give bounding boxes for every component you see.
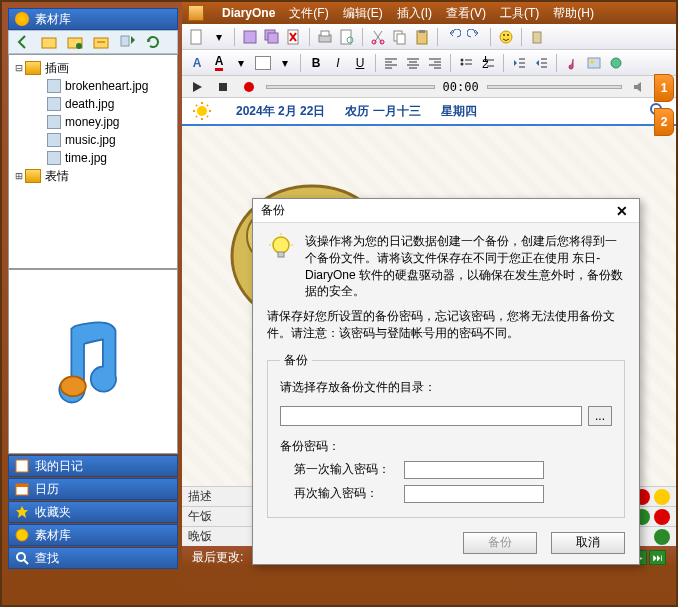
cut-button[interactable] [369, 28, 387, 46]
delete-button[interactable] [285, 28, 303, 46]
tree-node-file[interactable]: money.jpg [13, 113, 173, 131]
tree-file-label: death.jpg [65, 97, 114, 111]
sidebar-header-material[interactable]: 素材库 [8, 8, 178, 30]
browse-button[interactable]: ... [588, 406, 612, 426]
underline-button[interactable]: U [351, 54, 369, 72]
warn-icon[interactable] [654, 489, 670, 505]
font-button[interactable]: A [188, 54, 206, 72]
nav-search[interactable]: 查找 [8, 547, 178, 569]
highlight-button[interactable] [254, 54, 272, 72]
dropdown-icon[interactable]: ▾ [210, 28, 228, 46]
bold-button[interactable]: B [307, 54, 325, 72]
tree-node-folder[interactable]: ⊟ 插画 [13, 59, 173, 77]
dropdown-icon[interactable]: ▾ [276, 54, 294, 72]
menu-edit[interactable]: 编辑(E) [343, 5, 383, 22]
expander-plus-icon[interactable]: ⊞ [13, 169, 25, 183]
backup-button[interactable]: 备份 [463, 532, 537, 554]
pwd-first-label: 第一次输入密码： [294, 461, 404, 478]
backup-directory-input[interactable] [280, 406, 582, 426]
backup-dialog: 备份 ✕ 该操作将为您的日记数据创建一个备份，创建后您将得到一个备份文件。请将该… [252, 198, 640, 565]
svg-line-70 [207, 116, 208, 117]
refresh-icon[interactable] [145, 34, 161, 50]
password-first-input[interactable] [404, 461, 544, 479]
record-button[interactable] [240, 78, 258, 96]
tree-node-file[interactable]: brokenheart.jpg [13, 77, 173, 95]
menu-help[interactable]: 帮助(H) [553, 5, 594, 22]
search-icon [15, 551, 29, 565]
audio-slider-right[interactable] [487, 85, 622, 89]
play-button[interactable] [188, 78, 206, 96]
nav-material[interactable]: 素材库 [8, 524, 178, 546]
image-file-icon [47, 133, 61, 147]
menu-view[interactable]: 查看(V) [446, 5, 486, 22]
align-right-button[interactable] [426, 54, 444, 72]
attachment-button[interactable] [528, 28, 546, 46]
print-preview-button[interactable] [338, 28, 356, 46]
svg-point-45 [461, 58, 464, 61]
nav-favorites[interactable]: 收藏夹 [8, 501, 178, 523]
svg-rect-28 [419, 30, 425, 33]
last-record-button[interactable]: ⏭ [649, 550, 666, 565]
nav-calendar[interactable]: 日历 [8, 478, 178, 500]
italic-button[interactable]: I [329, 54, 347, 72]
remove-icon[interactable] [654, 509, 670, 525]
folder-open-icon[interactable] [93, 34, 109, 50]
cancel-button[interactable]: 取消 [551, 532, 625, 554]
menu-insert[interactable]: 插入(I) [397, 5, 432, 22]
tree-node-file[interactable]: death.jpg [13, 95, 173, 113]
insert-link-button[interactable] [607, 54, 625, 72]
outdent-button[interactable] [510, 54, 528, 72]
tree-node-file[interactable]: time.jpg [13, 149, 173, 167]
smiley-button[interactable] [497, 28, 515, 46]
menu-file[interactable]: 文件(F) [289, 5, 328, 22]
print-button[interactable] [316, 28, 334, 46]
align-center-button[interactable] [404, 54, 422, 72]
password-again-input[interactable] [404, 485, 544, 503]
svg-point-31 [507, 34, 509, 36]
svg-rect-12 [191, 30, 201, 44]
redo-button[interactable] [466, 28, 484, 46]
dropdown-icon[interactable]: ▾ [232, 54, 250, 72]
back-icon[interactable] [15, 34, 31, 50]
number-list-button[interactable]: 12 [479, 54, 497, 72]
right-tab-2[interactable]: 2 [654, 108, 674, 136]
insert-image-button[interactable] [585, 54, 603, 72]
indent-button[interactable] [532, 54, 550, 72]
calendar-icon [15, 482, 29, 496]
bullet-list-button[interactable] [457, 54, 475, 72]
align-left-button[interactable] [382, 54, 400, 72]
sidebar-toolbar [8, 30, 178, 54]
svg-line-72 [207, 105, 208, 106]
svg-point-78 [273, 237, 289, 253]
new-folder-icon[interactable] [41, 34, 57, 50]
nav-my-diary[interactable]: 我的日记 [8, 455, 178, 477]
stop-button[interactable] [214, 78, 232, 96]
font-color-button[interactable]: A [210, 54, 228, 72]
menu-tools[interactable]: 工具(T) [500, 5, 539, 22]
sync-icon[interactable] [654, 529, 670, 545]
save-all-button[interactable] [263, 28, 281, 46]
sun-icon[interactable] [192, 101, 212, 121]
save-button[interactable] [241, 28, 259, 46]
new-doc-button[interactable] [188, 28, 206, 46]
close-icon[interactable]: ✕ [613, 203, 631, 219]
volume-button[interactable] [630, 78, 648, 96]
app-icon [188, 5, 204, 21]
undo-button[interactable] [444, 28, 462, 46]
svg-point-24 [380, 40, 384, 44]
app-title: DiaryOne [222, 6, 275, 20]
folder-star-icon[interactable] [67, 34, 83, 50]
tree-label: 表情 [45, 168, 69, 185]
copy-button[interactable] [391, 28, 409, 46]
insert-audio-button[interactable] [563, 54, 581, 72]
material-icon [15, 12, 29, 26]
audio-slider[interactable] [266, 85, 435, 89]
right-tab-1[interactable]: 1 [654, 74, 674, 102]
tree-file-label: music.jpg [65, 133, 116, 147]
tree-node-file[interactable]: music.jpg [13, 131, 173, 149]
import-icon[interactable] [119, 34, 135, 50]
expander-minus-icon[interactable]: ⊟ [13, 61, 25, 75]
date-weekday: 星期四 [441, 103, 477, 120]
tree-node-folder[interactable]: ⊞ 表情 [13, 167, 173, 185]
paste-button[interactable] [413, 28, 431, 46]
